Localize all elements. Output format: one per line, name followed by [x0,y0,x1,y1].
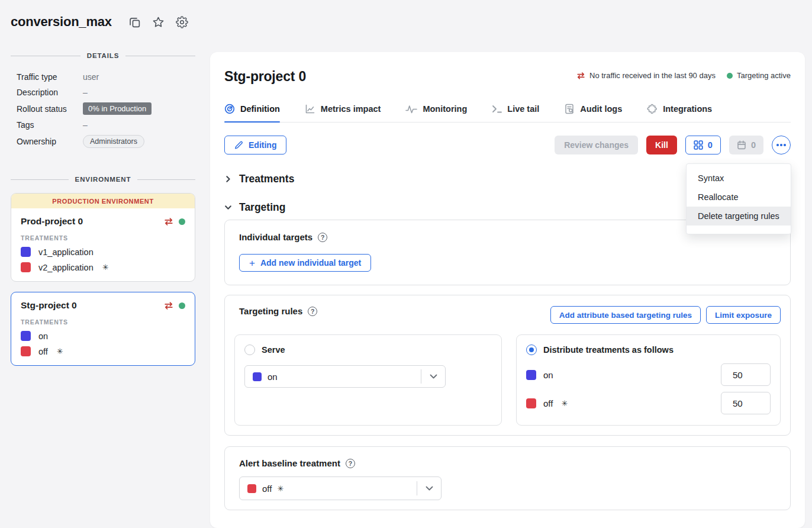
help-icon[interactable]: ? [308,307,317,316]
swap-arrows-icon [164,218,173,226]
copy-icon[interactable] [128,16,141,28]
serve-radio[interactable] [244,345,255,355]
detail-label: Tags [17,120,83,130]
env-card-prod[interactable]: PRODUCTION ENVIRONMENT Prod-project 0 TR… [11,193,195,282]
individual-targets-title: Individual targets [239,232,312,242]
default-treatment-icon: ✳ [561,399,568,408]
chevron-down-icon [417,486,441,491]
traffic-status-text: No traffic received in the last 90 days [589,71,716,80]
alert-baseline-title: Alert baseline treatment [239,458,340,468]
menu-item-syntax[interactable]: Syntax [687,169,791,188]
toolbar: Editing Review changes Kill 0 0 [224,136,791,154]
detail-row-description: Description – [17,85,195,100]
detail-row-rollout-status: Rollout status 0% in Production [17,100,195,117]
distribute-label: Distribute treatments as follows [543,345,674,355]
treatment-color-swatch [21,262,31,272]
alert-baseline-value: off [262,484,272,494]
details-heading: DETAILS [11,52,195,59]
swap-arrows-icon [164,302,173,310]
distribute-radio[interactable] [526,345,537,355]
sidebar: DETAILS Traffic type user Description – … [11,52,195,366]
tab-live-tail[interactable]: Live tail [492,104,539,122]
schedule-count-button[interactable]: 0 [729,136,763,154]
chevron-down-icon [224,204,232,211]
treatment-row: v1_application [21,247,185,257]
detail-row-tags: Tags – [17,117,195,133]
treatment-row: v2_application ✳ [21,262,185,272]
help-icon[interactable]: ? [318,233,327,242]
review-changes-button[interactable]: Review changes [555,136,638,154]
treatment-row: on [21,331,185,341]
detail-label: Ownership [17,137,83,146]
terminal-icon [492,105,502,113]
alert-baseline-select[interactable]: off ✳ [239,477,442,500]
targeting-rules-card: Targeting rules ? Add attribute based ta… [224,295,791,436]
gear-icon[interactable] [176,16,188,28]
tab-label: Live tail [507,104,539,114]
tab-label: Integrations [663,104,712,114]
puzzle-icon [647,104,658,114]
on-percentage-input[interactable] [721,363,771,386]
tab-definition[interactable]: Definition [224,104,280,122]
serve-treatment-select[interactable]: on [244,365,446,388]
status-dot-icon [727,73,733,79]
env-card-name: Prod-project 0 [21,216,164,227]
off-percentage-input[interactable] [721,392,771,414]
add-attribute-rules-button[interactable]: Add attribute based targeting rules [550,306,701,324]
app-header: conversion_max [11,14,188,30]
tab-integrations[interactable]: Integrations [647,104,712,122]
serve-label: Serve [262,345,285,355]
editing-button[interactable]: Editing [224,136,286,154]
kill-button[interactable]: Kill [646,136,677,154]
treatment-row: off ✳ [21,346,185,356]
tab-monitoring[interactable]: Monitoring [405,104,467,122]
more-actions-button[interactable] [772,136,791,154]
more-actions-menu: Syntax Reallocate Delete targeting rules [686,163,791,234]
tab-label: Definition [240,104,280,114]
production-environment-banner: PRODUCTION ENVIRONMENT [11,194,195,208]
add-individual-target-button[interactable]: + Add new individual target [239,254,371,272]
tab-audit-logs[interactable]: Audit logs [564,104,622,122]
targeting-rules-title: Targeting rules [239,306,302,316]
status-dot-icon [179,218,185,225]
status-row: No traffic received in the last 90 days … [576,71,791,80]
treatment-color-swatch [526,398,536,408]
details-rows: Traffic type user Description – Rollout … [11,69,195,150]
treatments-label: TREATMENTS [21,318,185,326]
star-icon[interactable] [152,16,165,28]
detail-value: – [83,120,88,130]
ownership-pill[interactable]: Administrators [83,135,144,148]
distribute-row-on: on [526,363,771,386]
tab-bar: Definition Metrics impact Monitoring Liv… [224,104,791,123]
default-treatment-icon: ✳ [277,484,283,493]
changes-count-button[interactable]: 0 [685,136,721,154]
serve-option-card: Serve on [234,334,502,426]
chevron-right-icon [224,175,232,183]
tab-label: Audit logs [580,104,622,114]
targeting-status: Targeting active [727,71,791,80]
menu-item-reallocate[interactable]: Reallocate [687,188,791,207]
env-card-stg[interactable]: Stg-project 0 TREATMENTS on off ✳ [11,292,195,366]
tab-label: Monitoring [423,104,467,114]
flag-title: conversion_max [11,14,112,30]
detail-label: Rollout status [17,104,83,114]
plus-icon: + [249,258,255,268]
treatments-label: TREATMENTS [21,234,185,242]
metrics-chart-icon [305,104,315,114]
menu-item-delete-targeting-rules[interactable]: Delete targeting rules [687,207,791,226]
treatment-color-swatch [21,247,31,257]
env-card-name: Stg-project 0 [21,300,164,311]
help-icon[interactable]: ? [346,459,355,468]
treatment-color-swatch [21,331,31,341]
environment-heading: ENVIRONMENT [11,176,195,183]
tab-metrics-impact[interactable]: Metrics impact [305,104,381,122]
detail-value: user [83,72,99,82]
pencil-icon [234,141,243,150]
treatment-name: on [38,331,48,341]
definition-icon [224,104,235,114]
traffic-status: No traffic received in the last 90 days [576,71,716,80]
detail-row-ownership: Ownership Administrators [17,133,195,150]
serve-treatment-value: on [268,372,421,382]
calendar-icon [737,140,746,150]
limit-exposure-button[interactable]: Limit exposure [706,306,781,324]
